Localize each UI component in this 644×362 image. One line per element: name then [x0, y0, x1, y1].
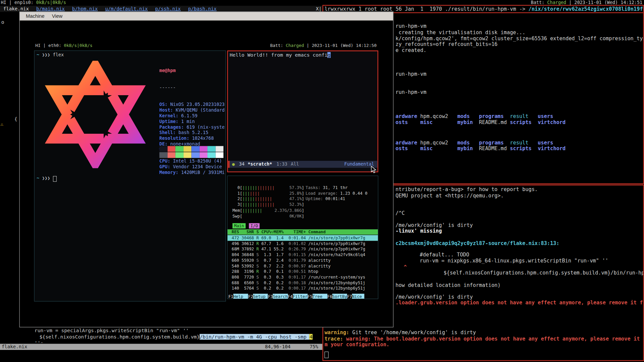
- fn-label-filter[interactable]: Filter: [293, 294, 307, 299]
- fetch-field: Shell: bash 5.2.15: [159, 130, 225, 136]
- network-status: HI | enp1s0: 0kB/s|0kB/s: [1, 0, 66, 5]
- cpu-memory-meter: Mem[|||||||| 2.37G/3.86G]: [233, 207, 304, 213]
- process-row[interactable]: 472 30468 R 69.0 1.4 0:01.04 /nix/store/…: [228, 235, 378, 241]
- terminal-line: creating the virtualisation disk image..…: [396, 29, 526, 35]
- emacs-buffer-text: Hello World!! from my emacs config: [230, 52, 331, 58]
- fn-key-f6[interactable]: F6: [327, 294, 332, 299]
- fetch-field: GPU: Vendor 1234 Device: [159, 164, 225, 170]
- neofetch-info: me@hpm ------ OS: NixOS 23.05.20231023Ho…: [159, 57, 225, 187]
- process-row[interactable]: 140 5764 S 0.2 0.2 0:00.17 /nix/store/12…: [228, 286, 378, 291]
- fn-label-help[interactable]: Help: [233, 294, 248, 299]
- fn-label-nice[interactable]: Nice: [352, 294, 364, 299]
- terminal-line: e created.: [396, 48, 427, 53]
- process-row[interactable]: 68M 37892 R 47.1 55.2 0:26.79 /nix/store…: [228, 246, 378, 252]
- htop-header-row: RES SHR S CPU%▽MEM% TIME+ Command: [228, 229, 378, 235]
- vm-xmobar-status-bar: HI | eth0: 0kB/s|0kB/s Batt: Charged | 2…: [34, 43, 379, 48]
- modeline-position: 1:33: [277, 161, 287, 168]
- htop-function-key-bar: F1Help F2Setup F3SearchF4FilterF5Tree F6…: [228, 294, 364, 299]
- terminal-line: osts misc mybin README.md scripts virtch…: [396, 145, 566, 151]
- fn-label-tree[interactable]: Tree: [312, 294, 327, 299]
- htop-stat-line: Tasks: 31, 71 thr: [306, 185, 348, 190]
- editor-code-line: run-vm = specialArgs.pkgs.writeScriptBin…: [35, 328, 189, 334]
- palette-swatch: [207, 146, 215, 152]
- fetch-field: Resolution: 1024x768: [159, 136, 225, 141]
- terminal-line: run-hpm-vm: [396, 23, 427, 29]
- vm-battery-clock-status: Batt: Charged | 2023-11-01 (Wed) 14:12:5…: [270, 43, 377, 48]
- terminal-line: ardware hpm.qcow2 mods programs result u…: [396, 114, 553, 119]
- process-row[interactable]: 496 30612 R 67.7 1.6 0:01.02 /nix/store/…: [228, 241, 378, 246]
- process-row[interactable]: 660 55920 S 0.7 2.4 0:01.79 alacritty: [228, 257, 378, 263]
- fn-key-f4[interactable]: F4: [288, 294, 293, 299]
- xmobar-status-bar: HI | enp1s0: 0kB/s|0kB/s Batt: Charged |…: [0, 0, 644, 5]
- palette-swatch: [207, 152, 215, 158]
- editor-code-line: ${self.nixosConfigurations.hpm.config.sy…: [39, 334, 312, 340]
- fetch-field: Host: KVM/QEMU (Standard: [159, 108, 225, 113]
- cpu-memory-meter: 2[|||||||||||| 47.1%]: [233, 196, 304, 201]
- terminal-line: osts misc mybin README.md scripts virtch…: [396, 119, 566, 125]
- terminal-line: ${self.nixosConfigurations.hpm.config.sy…: [444, 270, 644, 276]
- htop-tab-main[interactable]: Main: [233, 223, 246, 229]
- fn-key-f7[interactable]: F7: [347, 294, 352, 299]
- cpu-memory-meter: Swp[ 0K/0K]: [233, 213, 304, 219]
- terminal-line: .loader.grub.version option does not hav…: [396, 300, 644, 306]
- cpu-memory-meter: 1[||||||| 25.8%]: [233, 191, 304, 196]
- terminal-line: /me/work/config' is dirty: [396, 222, 473, 228]
- vim-statusline: flake.nix 84,96-104 75%: [0, 344, 323, 350]
- fn-key-f3[interactable]: F3: [268, 294, 273, 299]
- palette-swatch: [191, 146, 199, 152]
- menu-view[interactable]: View: [48, 13, 66, 19]
- modeline-number: 34: [239, 161, 244, 168]
- fn-label-sortby[interactable]: SortBy: [332, 294, 347, 299]
- terminal-line: run-hpm-vm: [396, 71, 427, 77]
- terminal-line: /me/work/config' is dirty: [396, 294, 473, 300]
- qemu-window[interactable]: Machine View HI | eth0: 0kB/s|0kB/s Batt…: [19, 11, 394, 327]
- terminal-palette-row-bright: [159, 152, 224, 158]
- palette-swatch: [176, 152, 184, 158]
- terminal-line: lrwxrwxrwx 1 root root 56 Jan 1 1970 ./r…: [325, 6, 644, 12]
- terminal-line: QEMU project at <https://qemu.org>.: [396, 193, 504, 198]
- fetch-field: OS: NixOS 23.05.20231023: [159, 102, 225, 108]
- fetch-separator: ------: [159, 85, 225, 90]
- modeline-dot-icon: ●: [232, 161, 235, 168]
- fn-key-f5[interactable]: F5: [307, 294, 312, 299]
- terminal-palette-row-normal: [159, 146, 224, 152]
- fn-key-f1[interactable]: F1: [228, 294, 233, 299]
- palette-swatch: [167, 152, 176, 158]
- fn-label-setup[interactable]: Setup: [253, 294, 268, 299]
- htop-stat-line: Uptime: 00:01:41: [306, 196, 345, 201]
- vm-terminal-pane[interactable]: me@hpm ------ OS: NixOS 23.05.20231023Ho…: [34, 51, 226, 302]
- fetch-field: Memory: 1420MiB / 3931Mi: [159, 170, 225, 176]
- modeline-buffer-name: *scratch*: [248, 161, 272, 168]
- htop-tab-io[interactable]: I/O: [249, 223, 260, 229]
- palette-swatch: [176, 146, 184, 152]
- cpu-memory-meter: 3[||||||||||||| 52.3%]: [233, 202, 304, 207]
- process-row[interactable]: 808 7720 S 0.3 0.3 0:01.17 /run/current-…: [228, 275, 378, 280]
- close-icon[interactable]: X|: [316, 6, 321, 12]
- menu-machine[interactable]: Machine: [22, 13, 48, 19]
- statusline-scroll-percent: 75%: [310, 344, 318, 350]
- shell-prompt-line: ~ ❯❯❯ flex: [37, 52, 64, 57]
- modeline-major-mode: Fundamental: [344, 161, 374, 168]
- terminal-line: /^C: [396, 210, 405, 216]
- process-row[interactable]: 540 53992 S 0.7 2.2 0:00.97 alacritty: [228, 263, 378, 269]
- palette-swatch: [159, 152, 167, 158]
- process-row[interactable]: 688 6560 S 0.2 0.2 0:00.18 /nix/store/12…: [228, 280, 378, 286]
- palette-swatch: [159, 146, 167, 152]
- cpu-memory-meter: 0[||||||||||||| 57.3%]: [233, 185, 304, 190]
- vm-emacs-pane[interactable]: Hello World!! from my emacs config ● 34 …: [227, 51, 378, 172]
- palette-swatch: [167, 146, 176, 152]
- palette-swatch: [199, 146, 207, 152]
- fetch-field: Uptime: 1 min: [159, 119, 225, 125]
- statusline-cursor-position: 84,96-104: [265, 344, 290, 350]
- fn-key-f2[interactable]: F2: [248, 294, 253, 299]
- fn-label-search[interactable]: Search: [273, 294, 288, 299]
- process-row[interactable]: 804 36848 S 1.3 1.7 0:01.15 /nix/store/h…: [228, 252, 378, 258]
- terminal-line: trace: warning: The boot.loader.grub.ver…: [325, 336, 644, 342]
- emacs-cursor: g: [328, 52, 331, 58]
- palette-swatch: [183, 146, 191, 152]
- process-row[interactable]: 288 3196 R 0.7 0.1 0:00.51 htop: [228, 269, 378, 275]
- vm-htop-pane[interactable]: 0[||||||||||||| 57.3%] 1[||||||| 25.8%] …: [227, 176, 378, 299]
- vm-display[interactable]: HI | eth0: 0kB/s|0kB/s Batt: Charged | 2…: [34, 43, 379, 302]
- fetch-field: Packages: 619 (nix-syste: [159, 125, 225, 130]
- modeline-scroll: All: [291, 161, 299, 168]
